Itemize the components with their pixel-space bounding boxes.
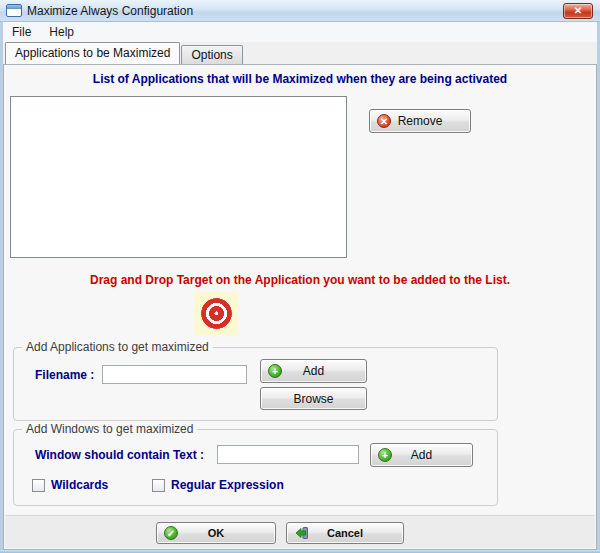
tab-applications-to-be-maximized[interactable]: Applications to be Maximized [5, 42, 180, 64]
bullseye-target-icon [201, 298, 232, 329]
tab-options[interactable]: Options [181, 45, 242, 64]
cancel-button[interactable]: Cancel [286, 522, 404, 544]
add-window-button[interactable]: + Add [370, 443, 473, 467]
add-application-button[interactable]: + Add [260, 359, 367, 383]
remove-icon: ✕ [377, 114, 391, 128]
window-title: Maximize Always Configuration [27, 4, 193, 18]
drag-target[interactable] [194, 292, 238, 335]
dialog-footer: ✓ OK Cancel [5, 515, 595, 548]
app-window: Maximize Always Configuration ✕ File Hel… [0, 0, 600, 553]
add-icon: + [268, 364, 282, 378]
remove-button[interactable]: ✕ Remove [369, 109, 471, 133]
menu-bar: File Help [3, 22, 597, 42]
add-applications-group: Add Applications to get maximized Filena… [13, 347, 498, 421]
applications-listbox[interactable] [10, 96, 347, 258]
add-icon: + [378, 448, 392, 462]
window-text-input[interactable] [217, 445, 359, 464]
browse-button[interactable]: Browse [260, 387, 367, 410]
exit-door-icon [295, 526, 309, 540]
ok-button-label: OK [163, 524, 269, 543]
add-applications-group-title: Add Applications to get maximized [22, 340, 213, 354]
regular-expression-checkbox[interactable] [152, 479, 165, 492]
add-windows-group-title: Add Windows to get maximized [22, 422, 197, 436]
filename-label: Filename : [35, 368, 94, 382]
list-heading: List of Applications that will be Maximi… [4, 72, 596, 86]
close-icon: ✕ [574, 5, 582, 16]
tab-strip: Applications to be MaximizedOptions [3, 42, 597, 64]
app-window-icon [6, 4, 22, 17]
drag-drop-instruction: Drag and Drop Target on the Application … [4, 273, 596, 287]
ok-button[interactable]: ✓ OK [156, 522, 276, 544]
regular-expression-label[interactable]: Regular Expression [171, 478, 284, 492]
filename-input[interactable] [102, 365, 247, 384]
menu-item-help[interactable]: Help [40, 23, 83, 41]
wildcards-label[interactable]: Wildcards [51, 478, 108, 492]
window-text-label: Window should contain Text : [35, 448, 204, 462]
title-bar[interactable]: Maximize Always Configuration ✕ [0, 0, 600, 22]
window-body: File Help Applications to be MaximizedOp… [3, 22, 597, 550]
close-button[interactable]: ✕ [563, 3, 593, 19]
ok-check-icon: ✓ [164, 526, 178, 540]
browse-button-label: Browse [267, 389, 360, 410]
menu-item-file[interactable]: File [3, 23, 40, 41]
tab-page-applications: List of Applications that will be Maximi… [3, 64, 597, 550]
wildcards-checkbox[interactable] [32, 479, 45, 492]
add-windows-group: Add Windows to get maximized Window shou… [13, 429, 498, 506]
